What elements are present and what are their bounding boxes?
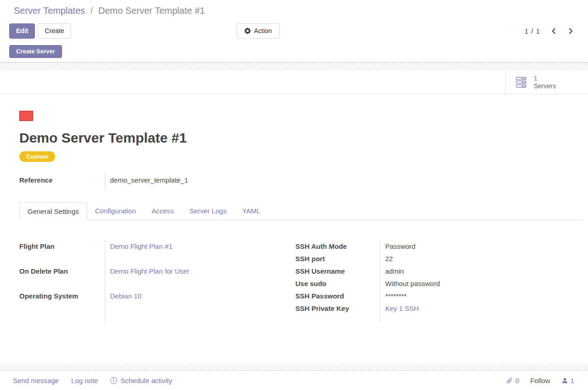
reference-field-group: Reference demo_server_template_1 [19,172,188,189]
create-button[interactable]: Create [38,23,71,39]
pager-value: 1 / 1 [525,27,540,35]
clock-icon [110,377,117,384]
stat-button-row: 1 Servers [0,70,588,94]
pager-previous-button[interactable] [550,28,557,34]
tab-yaml[interactable]: YAML [234,202,268,220]
field-row: SSH port 22 [295,252,440,265]
ssh-password-label: SSH Password [295,290,380,302]
ssh-auth-mode-label: SSH Auth Mode [295,240,380,252]
attachments-count: 0 [515,377,519,384]
servers-stat-button[interactable]: 1 Servers [505,70,588,94]
breadcrumb-separator: / [90,6,93,16]
spacer-row [19,315,295,322]
field-row: SSH Password ******** [295,290,440,302]
paperclip-icon [505,375,514,385]
on-delete-plan-label: On Delete Plan [19,265,105,290]
left-buttons: Edit Create [9,23,71,39]
server-template-form-view: Server Templates / Demo Server Template … [0,0,588,390]
send-message-link[interactable]: Send message [13,377,59,384]
gear-icon [244,28,251,34]
custom-badge: Custom [19,151,55,162]
followers-count: 1 [571,377,574,384]
tab-configuration[interactable]: Configuration [87,202,144,220]
ssh-port-value: 22 [380,252,440,265]
server-stack-icon [516,77,528,88]
ssh-private-key-label: SSH Private Key [295,302,380,315]
chevron-left-icon [550,28,557,34]
content-background: 1 Servers Demo Server Template #1 Custom… [0,63,588,370]
stat-texts: 1 Servers [534,75,556,90]
flight-plan-link[interactable]: Demo Flight Plan #1 [110,242,173,250]
record-title: Demo Server Template #1 [19,130,582,146]
breadcrumb: Server Templates / Demo Server Template … [14,6,588,16]
center-buttons: Action [237,23,280,39]
use-sudo-label: Use sudo [295,277,380,290]
schedule-activity-label: Schedule activity [120,377,172,384]
field-row: Operating System Debian 10 [19,290,295,315]
reference-row: Reference demo_server_template_1 [19,172,188,189]
ssh-private-key-link[interactable]: Key 1 SSH [385,304,419,312]
ssh-username-value: admin [380,265,440,277]
button-row: Edit Create Action 1 / 1 [9,23,574,39]
field-row: On Delete Plan Demo Flight Plan for User [19,265,295,290]
spacer-row [295,315,440,322]
ssh-port-label: SSH port [295,252,380,265]
person-icon [561,377,568,384]
breadcrumb-current: Demo Server Template #1 [98,6,205,16]
breadcrumb-parent-link[interactable]: Server Templates [14,6,85,16]
ssh-auth-mode-value: Password [380,240,440,252]
field-row: Use sudo Without password [295,277,440,290]
sheet-body: Demo Server Template #1 Custom Reference… [0,94,588,363]
chatter-bar: Send message Log note Schedule activity … [0,370,588,390]
pager: 1 / 1 [525,27,574,35]
action-button-label: Action [254,24,272,38]
field-row: Flight Plan Demo Flight Plan #1 [19,240,295,265]
form-sheet: 1 Servers Demo Server Template #1 Custom… [0,70,588,363]
attachments-button[interactable]: 0 [506,377,519,384]
reference-label: Reference [19,172,105,189]
create-server-button[interactable]: Create Server [9,45,62,58]
reference-value: demo_server_template_1 [105,172,188,189]
log-note-link[interactable]: Log note [71,377,98,384]
ssh-password-value: ******** [380,290,440,302]
control-panel: Server Templates / Demo Server Template … [0,0,588,63]
servers-label: Servers [534,82,556,90]
servers-count: 1 [534,75,556,82]
template-color-image[interactable] [19,111,33,121]
flight-plan-label: Flight Plan [19,240,105,265]
chatter-actions: Send message Log note Schedule activity [0,377,172,384]
general-settings-panel: Flight Plan Demo Flight Plan #1 On Delet… [19,240,582,322]
tab-access[interactable]: Access [144,202,181,220]
right-field-group: SSH Auth Mode Password SSH port 22 SSH U… [295,240,440,322]
pager-next-button[interactable] [567,28,574,34]
action-buttons-row: Create Server [9,45,588,58]
tab-general-settings[interactable]: General Settings [19,202,87,220]
operating-system-label: Operating System [19,290,105,315]
followers-button[interactable]: 1 [561,377,574,384]
notebook-tabs: General Settings Configuration Access Se… [19,202,582,220]
action-button[interactable]: Action [237,23,280,39]
on-delete-plan-link[interactable]: Demo Flight Plan for User [110,267,190,275]
left-field-group: Flight Plan Demo Flight Plan #1 On Delet… [19,240,295,322]
operating-system-link[interactable]: Debian 10 [110,292,141,300]
schedule-activity-link[interactable]: Schedule activity [110,377,172,384]
tab-server-logs[interactable]: Server Logs [181,202,234,220]
field-row: SSH Auth Mode Password [295,240,440,252]
edit-button[interactable]: Edit [9,23,35,39]
chevron-right-icon [567,28,574,34]
field-row: SSH Private Key Key 1 SSH [295,302,440,315]
field-row: SSH Username admin [295,265,440,277]
follow-button[interactable]: Follow [530,377,550,384]
ssh-username-label: SSH Username [295,265,380,277]
use-sudo-value: Without password [380,277,440,290]
chatter-meta: 0 Follow 1 [506,377,588,384]
